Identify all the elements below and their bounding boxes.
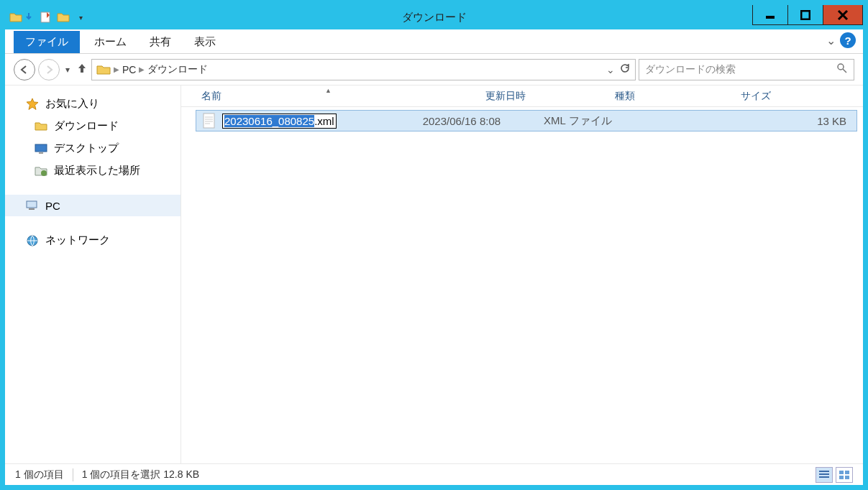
minimize-button[interactable] <box>752 5 788 25</box>
svg-rect-12 <box>845 471 849 474</box>
ribbon-expand-icon[interactable]: ⌄ <box>826 34 836 47</box>
svg-rect-2 <box>801 11 810 19</box>
properties-icon[interactable] <box>38 9 54 25</box>
close-button[interactable] <box>823 5 863 25</box>
file-date: 2023/06/16 8:08 <box>423 115 501 127</box>
tab-home[interactable]: ホーム <box>83 31 138 53</box>
address-folder-icon <box>96 64 111 75</box>
status-separator <box>73 468 73 481</box>
sidebar-item-pc[interactable]: PC <box>5 195 181 216</box>
back-button[interactable] <box>14 59 35 80</box>
filename-selected-part: 20230616_080825 <box>224 115 314 127</box>
network-icon <box>25 234 40 247</box>
sidebar-downloads-label: ダウンロード <box>54 119 119 133</box>
sidebar-item-downloads[interactable]: ダウンロード <box>5 115 181 137</box>
svg-rect-1 <box>766 16 775 19</box>
breadcrumb-sep-icon[interactable]: ▶ <box>139 65 145 73</box>
status-selection: 1 個の項目を選択 12.8 KB <box>82 468 199 481</box>
maximize-button[interactable] <box>787 5 823 25</box>
address-dropdown-icon[interactable]: ⌄ <box>606 64 615 75</box>
svg-rect-13 <box>839 476 844 479</box>
sidebar-favorites-label: お気に入り <box>45 97 99 111</box>
navigation-pane[interactable]: お気に入り ダウンロード デスクトップ <box>5 85 181 463</box>
status-bar: 1 個の項目 1 個の項目を選択 12.8 KB <box>5 463 863 485</box>
explorer-window: ▾ ダウンロード ファイル ホーム 共有 表示 ⌄ ? ▾ <box>4 4 864 486</box>
sidebar-pc-label: PC <box>45 200 60 212</box>
column-name-label: 名前 <box>201 90 221 101</box>
svg-rect-10 <box>204 114 214 128</box>
forward-button[interactable] <box>38 59 60 80</box>
svg-rect-8 <box>29 208 35 210</box>
sidebar-item-recent[interactable]: 最近表示した場所 <box>5 160 181 182</box>
folder-icon <box>34 120 48 133</box>
sidebar-recent-label: 最近表示した場所 <box>54 164 140 177</box>
filename-extension: .xml <box>314 115 334 127</box>
refresh-icon[interactable] <box>619 63 631 76</box>
window-title: ダウンロード <box>402 11 467 24</box>
pc-icon <box>25 199 40 212</box>
body-area: お気に入り ダウンロード デスクトップ <box>5 85 863 463</box>
navigation-bar: ▾ ▶ PC ▶ ダウンロード ⌄ ダウンロードの検索 <box>5 54 863 85</box>
sort-indicator-icon: ▲ <box>325 87 332 94</box>
column-header-date[interactable]: 更新日時 <box>480 90 609 103</box>
tab-view[interactable]: 表示 <box>183 31 227 53</box>
svg-rect-14 <box>845 476 849 479</box>
tab-share[interactable]: 共有 <box>138 31 183 53</box>
details-view-button[interactable] <box>816 467 833 483</box>
svg-rect-0 <box>41 12 50 22</box>
svg-rect-11 <box>839 471 844 474</box>
desktop-icon <box>34 142 48 155</box>
file-list-pane: 名前 ▲ 更新日時 種類 サイズ 20230616_080825.xml 202… <box>181 85 863 463</box>
column-header-size[interactable]: サイズ <box>735 90 814 103</box>
new-folder-icon[interactable] <box>55 9 71 25</box>
qat-dropdown-icon[interactable]: ▾ <box>73 9 88 25</box>
tab-file[interactable]: ファイル <box>14 31 80 53</box>
thumbnails-view-button[interactable] <box>836 467 853 483</box>
svg-rect-7 <box>27 201 37 208</box>
column-header-type[interactable]: 種類 <box>609 90 735 103</box>
view-toggles <box>816 467 853 483</box>
sidebar-desktop-label: デスクトップ <box>54 142 119 155</box>
star-icon <box>25 98 40 111</box>
svg-point-6 <box>41 170 47 176</box>
window-controls <box>753 5 863 25</box>
svg-point-3 <box>838 64 844 70</box>
breadcrumb-downloads[interactable]: ダウンロード <box>147 63 208 76</box>
search-icon <box>836 63 848 76</box>
file-size: 13 KB <box>817 115 846 127</box>
history-dropdown-icon[interactable]: ▾ <box>63 65 73 75</box>
sidebar-network-label: ネットワーク <box>45 234 110 247</box>
titlebar[interactable]: ▾ ダウンロード <box>5 5 863 29</box>
status-item-count: 1 個の項目 <box>15 468 64 481</box>
arrow-down-blue-icon <box>21 9 37 25</box>
quick-access-toolbar: ▾ <box>5 9 88 25</box>
breadcrumb-sep-icon[interactable]: ▶ <box>114 65 119 73</box>
help-icon[interactable]: ? <box>840 32 856 48</box>
recent-places-icon <box>34 165 48 177</box>
ribbon-tabs: ファイル ホーム 共有 表示 ⌄ ? <box>5 29 863 54</box>
sidebar-item-network[interactable]: ネットワーク <box>5 229 181 251</box>
search-placeholder: ダウンロードの検索 <box>645 63 736 76</box>
file-rename-input[interactable]: 20230616_080825.xml <box>222 114 337 129</box>
file-row[interactable]: 20230616_080825.xml 2023/06/16 8:08 XML … <box>196 110 857 131</box>
sidebar-favorites[interactable]: お気に入り <box>5 93 181 115</box>
column-header-name[interactable]: 名前 ▲ <box>196 90 480 103</box>
xml-file-icon <box>202 113 218 129</box>
address-bar[interactable]: ▶ PC ▶ ダウンロード ⌄ <box>91 59 636 80</box>
svg-rect-4 <box>35 144 47 152</box>
svg-rect-5 <box>39 152 43 154</box>
file-type: XML ファイル <box>544 114 611 128</box>
breadcrumb-pc[interactable]: PC <box>122 64 136 75</box>
search-input[interactable]: ダウンロードの検索 <box>639 59 854 80</box>
up-button[interactable] <box>76 62 88 78</box>
column-headers: 名前 ▲ 更新日時 種類 サイズ <box>181 85 863 107</box>
sidebar-item-desktop[interactable]: デスクトップ <box>5 137 181 160</box>
